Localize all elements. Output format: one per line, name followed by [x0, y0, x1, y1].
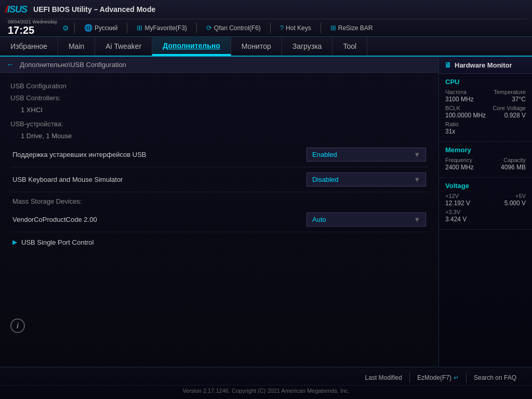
v33-value: 3.424 V: [445, 216, 467, 223]
usb-single-port-control[interactable]: ▶ USB Single Port Control: [10, 232, 428, 252]
toolbar: 08/04/2021 Wednesday 17:25 ⚙ 🌐 Русский ⊞…: [5, 19, 527, 36]
legacy-usb-value: Enabled: [312, 151, 337, 158]
nav-item-monitor[interactable]: Монитор: [231, 37, 282, 56]
divider: [321, 23, 321, 33]
hw-monitor-title: 🖥 Hardware Monitor: [439, 57, 532, 74]
toolbar-resizebar[interactable]: ⊞ ReSize BAR: [326, 23, 377, 33]
star-icon: ⊞: [137, 24, 142, 32]
voltage-section: Voltage +12V 12.192 V +5V 5.000 V +3.3V …: [439, 178, 532, 230]
cpu-section: CPU Частота 3100 MHz Temperature 37°C BC…: [439, 74, 532, 142]
exit-icon: ↵: [454, 374, 459, 381]
resize-icon: ⊞: [330, 24, 336, 32]
asus-logo: /ISUS: [5, 4, 27, 15]
cpu-corev-label: Core Voltage: [493, 105, 526, 111]
kb-mouse-label: USB Keyboard and Mouse Simulator: [12, 176, 123, 183]
dropdown-arrow-icon: ▼: [414, 176, 420, 183]
nav-item-favorites[interactable]: Избранное: [0, 37, 58, 56]
vendor-select[interactable]: Auto ▼: [307, 212, 426, 227]
devices-label: USB-устройства:: [10, 120, 428, 128]
breadcrumb-path: Дополнительно\USB Configuration: [20, 61, 126, 69]
help-icon: ?: [280, 24, 284, 32]
legacy-usb-select[interactable]: Enabled ▼: [307, 148, 426, 162]
toolbar-qfan[interactable]: ⟳ Qfan Control(F6): [202, 23, 265, 33]
memory-cap-value: 4096 MB: [501, 164, 526, 171]
cpu-freq-value: 3100 MHz: [445, 96, 474, 103]
cpu-temp-label: Temperature: [494, 89, 526, 95]
kb-mouse-row: USB Keyboard and Mouse Simulator Disable…: [10, 167, 428, 192]
kb-mouse-select[interactable]: Disabled ▼: [307, 172, 426, 187]
info-icon[interactable]: i: [10, 318, 25, 333]
legacy-usb-row: Поддержка устаревших интерфейсов USB Ena…: [10, 142, 428, 167]
toolbar-myfavorite[interactable]: ⊞ MyFavorite(F3): [132, 23, 191, 33]
devices-value: 1 Drive, 1 Mouse: [10, 130, 428, 142]
dropdown-arrow-icon: ▼: [414, 151, 420, 158]
cpu-ratio-value: 31x: [445, 128, 459, 135]
kb-mouse-value: Disabled: [312, 176, 339, 183]
voltage-title: Voltage: [445, 182, 526, 190]
voltage-33v-row: +3.3V 3.424 V: [445, 209, 526, 223]
v12-value: 12.192 V: [445, 200, 470, 207]
cpu-temp-value: 37°C: [494, 96, 526, 103]
controllers-value: 1 XHCI: [10, 104, 428, 116]
cpu-ratio-label: Ratio: [445, 121, 459, 127]
memory-freq-row: Frequency 2400 MHz Capacity 4096 MB: [445, 157, 526, 171]
legacy-usb-label: Поддержка устаревших интерфейсов USB: [12, 151, 147, 158]
breadcrumb: ← Дополнительно\USB Configuration: [0, 57, 438, 73]
cpu-freq-row: Частота 3100 MHz Temperature 37°C: [445, 89, 526, 103]
bios-time: 17:25: [8, 24, 57, 36]
vendor-row: VendorCoProductCode 2.00 Auto ▼: [10, 207, 428, 232]
footer-search-faq[interactable]: Search on FAQ: [467, 373, 524, 383]
cpu-corev-value: 0.928 V: [493, 112, 526, 119]
datetime: 08/04/2021 Wednesday 17:25: [8, 20, 57, 36]
v5-label: +5V: [504, 193, 526, 199]
memory-title: Memory: [445, 146, 526, 154]
bios-title: UEFI BIOS Utility – Advanced Mode: [33, 5, 155, 14]
header: /ISUS UEFI BIOS Utility – Advanced Mode …: [0, 0, 532, 37]
nav-item-load[interactable]: Загрузка: [282, 37, 333, 56]
nav-item-ai-tweaker[interactable]: Ai Tweaker: [95, 37, 152, 56]
nav-item-tool[interactable]: Tool: [332, 37, 367, 56]
settings-icon[interactable]: ⚙: [62, 24, 69, 32]
footer-ez-mode[interactable]: EzMode(F7) ↵: [410, 373, 467, 383]
cpu-bclk-label: BCLK: [445, 105, 486, 111]
back-button[interactable]: ←: [6, 60, 15, 69]
cpu-title: CPU: [445, 78, 526, 86]
divider: [196, 23, 197, 33]
v12-label: +12V: [445, 193, 470, 199]
footer-nav: Last Modified EzMode(F7) ↵ Search on FAQ: [0, 370, 532, 385]
divider: [270, 23, 271, 33]
nav-item-main[interactable]: Main: [58, 37, 95, 56]
left-panel: ← Дополнительно\USB Configuration USB Co…: [0, 57, 438, 367]
footer: Last Modified EzMode(F7) ↵ Search on FAQ…: [0, 367, 532, 399]
settings-content: USB Configuration USB Controllers: 1 XHC…: [0, 73, 438, 367]
vendor-label: VendorCoProductCode 2.00: [12, 216, 97, 223]
footer-last-modified[interactable]: Last Modified: [358, 373, 410, 383]
divider: [74, 23, 75, 33]
controllers-label: USB Controllers:: [10, 94, 428, 102]
usb-single-port-label: USB Single Port Control: [21, 238, 94, 246]
hardware-monitor-panel: 🖥 Hardware Monitor CPU Частота 3100 MHz …: [438, 57, 532, 367]
voltage-12v-row: +12V 12.192 V +5V 5.000 V: [445, 193, 526, 207]
dropdown-arrow-icon: ▼: [414, 216, 420, 223]
cpu-bclk-value: 100.0000 MHz: [445, 112, 486, 119]
footer-version: Version 2.17.1246. Copyright (C) 2021 Am…: [0, 385, 532, 396]
toolbar-language[interactable]: 🌐 Русский: [80, 23, 122, 33]
toolbar-hotkeys[interactable]: ? Hot Keys: [276, 23, 315, 33]
nav-menu: Избранное Main Ai Tweaker Дополнительно …: [0, 37, 532, 57]
memory-section: Memory Frequency 2400 MHz Capacity 4096 …: [439, 142, 532, 178]
usb-config-title: USB Configuration: [10, 82, 428, 90]
bios-date: 08/04/2021 Wednesday: [8, 20, 57, 24]
cpu-freq-label: Частота: [445, 89, 474, 95]
fan-icon: ⟳: [206, 24, 212, 32]
memory-freq-label: Frequency: [445, 157, 474, 163]
memory-freq-value: 2400 MHz: [445, 164, 474, 171]
expand-arrow-icon: ▶: [12, 238, 17, 246]
cpu-bclk-row: BCLK 100.0000 MHz Core Voltage 0.928 V: [445, 105, 526, 119]
vendor-value: Auto: [312, 216, 326, 223]
v5-value: 5.000 V: [504, 200, 526, 207]
globe-icon: 🌐: [84, 24, 92, 32]
mass-storage-label: Mass Storage Devices:: [10, 192, 428, 207]
nav-item-additional[interactable]: Дополнительно: [152, 37, 231, 56]
monitor-icon: 🖥: [444, 61, 451, 69]
memory-cap-label: Capacity: [501, 157, 526, 163]
